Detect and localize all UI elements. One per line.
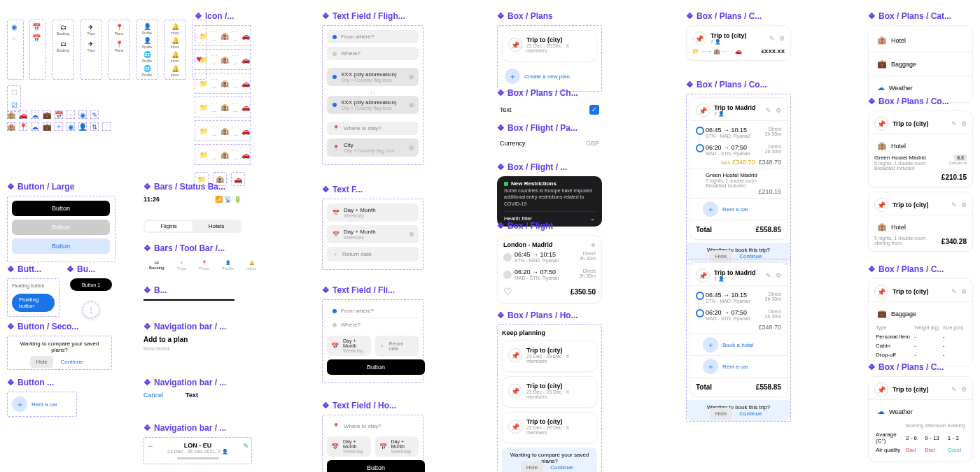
search-button[interactable]: Button: [327, 460, 425, 472]
plan-title: Trip to (city): [892, 386, 929, 393]
btn-large-light[interactable]: Button: [12, 238, 110, 254]
row-personal: Personal item: [876, 333, 913, 341]
plus-icon-btn[interactable]: ＋: [12, 396, 27, 412]
flight-card[interactable]: London - Madrid ⊗ 06:45 → 10:15STN - MAD…: [497, 235, 602, 303]
edit-icon[interactable]: ✎: [243, 442, 248, 450]
close-icon[interactable]: ⊗: [591, 242, 596, 248]
return-field[interactable]: ＋Return date: [375, 336, 419, 356]
more-icon: ⋮: [102, 122, 111, 131]
hide-button[interactable]: Hide: [30, 356, 52, 368]
search-button[interactable]: Button: [327, 359, 425, 375]
plan-card[interactable]: 📌Trip to (city)23 Dec - 28 Dec · X membe…: [502, 412, 597, 443]
plus-icon-btn[interactable]: ＋: [703, 201, 718, 217]
cat-baggage[interactable]: 💼Baggage: [874, 55, 967, 73]
section-bu: Bu...: [66, 264, 115, 274]
plan-title: Trip to Madrid: [714, 104, 756, 111]
gear-icon[interactable]: ⚙: [779, 35, 785, 42]
swap-icon[interactable]: ↑↓: [327, 90, 419, 96]
plus-icon-btn[interactable]: ＋: [505, 69, 520, 84]
rent-car-link[interactable]: Rent a car: [722, 206, 748, 213]
restriction-body: Some countries in Europe have imposed ad…: [504, 187, 595, 206]
edit-icon[interactable]: ✎: [951, 288, 957, 295]
gear-icon[interactable]: ⚙: [961, 386, 967, 393]
create-plan-link[interactable]: Create a new plan: [524, 73, 570, 80]
edit-icon[interactable]: ✎: [769, 35, 775, 42]
clear-icon[interactable]: ⊗: [409, 231, 414, 238]
seg-hotels[interactable]: Hotels: [192, 221, 240, 231]
plan-card[interactable]: 📌 Trip to (city)23 Dec - 28 Dec · X memb…: [502, 30, 597, 62]
segmented-control[interactable]: Flights Hotels: [144, 220, 241, 233]
where-field[interactable]: Where?: [327, 47, 419, 60]
continue-button[interactable]: Continue: [734, 408, 767, 420]
gear-icon[interactable]: ⚙: [961, 120, 967, 127]
checkbox-on[interactable]: ✓: [589, 105, 599, 115]
date-field[interactable]: 📅Day + MonthWeekday: [327, 436, 371, 457]
section-toolbar: Bars / Tool Bar /...: [144, 243, 248, 253]
divider: [144, 299, 234, 301]
clear-icon[interactable]: ⊗: [409, 73, 414, 80]
date-field[interactable]: 📅Day + MonthWeekday: [327, 203, 419, 222]
cat-weather[interactable]: ☁Weather: [874, 79, 967, 96]
edit-icon[interactable]: ✎: [951, 201, 957, 208]
section-c3: Box / Plans / C...: [868, 362, 973, 372]
button1[interactable]: Button 1: [70, 278, 112, 291]
plus-icon-btn[interactable]: ＋: [703, 337, 718, 352]
return-field[interactable]: ＋Return date: [327, 247, 419, 262]
seg-meta: MAD - STN, Ryanair: [706, 151, 750, 156]
back-icon[interactable]: ←: [147, 442, 154, 450]
gear-icon[interactable]: ⚙: [961, 288, 967, 295]
edit-icon[interactable]: ✎: [766, 107, 771, 114]
date-field[interactable]: 📅Day + MonthWeekday: [375, 436, 419, 457]
tab-inbox[interactable]: 🔔Inbox: [246, 260, 257, 271]
rent-car-link[interactable]: Rent a car: [31, 401, 57, 408]
btn-large-black[interactable]: Button: [12, 201, 110, 216]
city-result[interactable]: XXX (city abbrevation)City + Country fla…: [327, 68, 419, 86]
clear-icon[interactable]: ⊗: [409, 144, 414, 151]
nav-cancel[interactable]: Cancel: [144, 392, 163, 399]
plan-sub: 23 Dec - 28 Dec · X members: [526, 389, 591, 399]
total-value: £558.85: [756, 383, 781, 391]
from-field[interactable]: From where?: [327, 304, 419, 318]
fav-icon[interactable]: ♡: [503, 286, 512, 297]
stay-field[interactable]: 📍Where to stay?: [327, 122, 419, 135]
plan-card[interactable]: 📌Trip to (city)2 👤✎⚙ 📁 ⋯→ 🏨 ⋯→ 🚗 £XXX.XX: [686, 25, 791, 61]
continue-button[interactable]: Continue: [55, 356, 89, 368]
btn-large-gray[interactable]: Button: [12, 220, 110, 235]
seg-flights[interactable]: Flights: [145, 221, 192, 231]
rent-car-link[interactable]: Rent a car: [722, 364, 748, 370]
edit-icon[interactable]: ✎: [766, 272, 771, 279]
checkbox-on-icon[interactable]: ☑: [10, 101, 18, 109]
clear-icon[interactable]: ⊗: [409, 101, 414, 108]
from-field[interactable]: From where?: [327, 30, 419, 43]
tab-profile[interactable]: 👤Profile: [222, 260, 234, 271]
plan-title: Trip to (city): [892, 120, 929, 127]
plan-card[interactable]: 📌Trip to (city)23 Dec - 28 Dec · X membe…: [502, 376, 597, 408]
edit-icon[interactable]: ✎: [951, 120, 957, 127]
booking-label: Booking: [57, 48, 69, 52]
city-field[interactable]: 📍CityCity + Country flag icon⊗: [327, 138, 419, 157]
book-hotel-link[interactable]: Book a hotel: [722, 342, 753, 348]
calendar-icon: 📅: [32, 22, 41, 31]
gear-icon[interactable]: ⚙: [961, 201, 967, 208]
city-result[interactable]: XXX (city abbrevation)City + Country fla…: [327, 96, 419, 114]
tab-plans[interactable]: 📍Plans: [199, 260, 209, 271]
where-field[interactable]: Where?: [327, 318, 419, 331]
date-field[interactable]: 📅Day + MonthWeekday⊗: [327, 225, 419, 243]
tab-booking[interactable]: 🗂Booking: [149, 260, 164, 271]
gear-icon[interactable]: ⚙: [776, 272, 781, 279]
gear-icon[interactable]: ⚙: [776, 107, 781, 114]
stay-field[interactable]: 📍Where to stay?: [327, 420, 419, 433]
col-type: Type: [876, 324, 913, 331]
edit-icon[interactable]: ✎: [951, 386, 957, 393]
floating-button[interactable]: Floating button: [12, 294, 55, 312]
date-field[interactable]: 📅Day + MonthWeekday: [327, 336, 371, 356]
tab-trips[interactable]: ✈Trips: [177, 260, 186, 271]
plan-card[interactable]: 📌Trip to (city)23 Dec - 28 Dec · X membe…: [502, 341, 597, 372]
hide-button[interactable]: Hide: [710, 408, 732, 420]
continue-button[interactable]: Continue: [545, 462, 578, 472]
checkbox-off-icon[interactable]: ☐: [10, 88, 18, 96]
cat-hotel[interactable]: 🏨Hotel: [874, 31, 967, 49]
hide-button[interactable]: Hide: [521, 462, 543, 472]
plus-icon-btn[interactable]: ＋: [703, 359, 718, 374]
more-button[interactable]: ⋮: [83, 301, 99, 318]
